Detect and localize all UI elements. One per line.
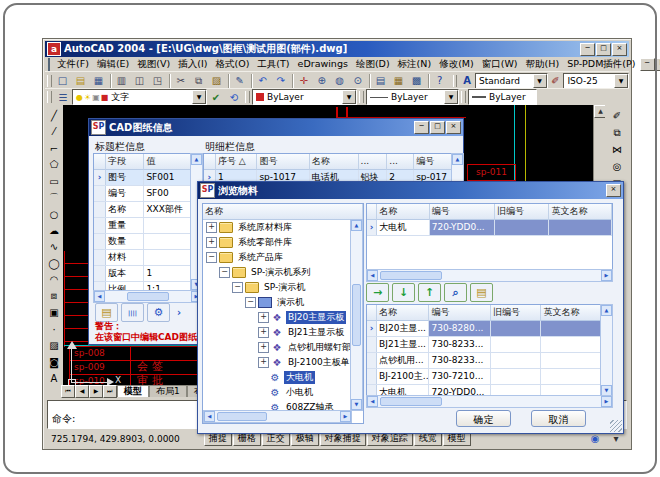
menu-item[interactable]: 视图(V) <box>133 57 174 72</box>
tab-nav-icon[interactable]: ◀ <box>75 385 89 398</box>
scroll-right-icon[interactable]: ▶ <box>340 411 351 422</box>
upload-icon[interactable]: ↑ <box>418 283 441 302</box>
lineweight-combo[interactable]: ByLayer <box>468 89 537 105</box>
rectangle-icon[interactable]: ▭ <box>45 173 63 189</box>
make-block-icon[interactable]: ▣ <box>45 305 63 321</box>
new-icon[interactable]: □ <box>54 72 72 89</box>
menu-item[interactable]: 帮助(H) <box>522 57 564 72</box>
polyline-icon[interactable]: ⌐ <box>45 140 63 156</box>
menu-item[interactable]: 编辑(E) <box>93 57 133 72</box>
material-list-table[interactable]: 名称编号旧编号英文名称›BJ20主显...730-8280...BJ21主显..… <box>366 304 602 397</box>
collapse-icon[interactable]: − <box>245 297 256 308</box>
collapse-icon[interactable]: − <box>219 267 230 278</box>
expand-icon[interactable]: + <box>258 327 269 338</box>
tree-header[interactable]: 名称 <box>203 204 363 220</box>
layer-combo[interactable]: ●☀▣■ 文字 ▼ <box>72 89 207 105</box>
layer-manager-icon[interactable]: ☰ <box>54 89 72 106</box>
table-row[interactable]: 编号SF00 <box>94 186 191 202</box>
minimize-icon[interactable]: ─ <box>580 43 595 56</box>
color-combo[interactable]: ByLayer ▼ <box>252 89 357 105</box>
tab-model[interactable]: 模型 <box>117 385 149 397</box>
table-row[interactable]: BJ21主显...730-8233... <box>367 337 601 353</box>
chevron-down-icon[interactable]: ▼ <box>614 74 628 88</box>
open-folder-icon[interactable]: ▤ <box>470 283 493 302</box>
table-row[interactable]: BJ-2100主...730-7210... <box>367 369 601 385</box>
tree-item[interactable]: +❖BJ-2100主板单点 <box>203 355 363 370</box>
expand-icon[interactable]: + <box>206 237 217 248</box>
publish-icon[interactable]: ◳ <box>149 72 167 89</box>
download-icon[interactable]: ↓ <box>392 283 415 302</box>
text-style-combo[interactable]: Standard ▼ <box>475 73 548 89</box>
table-row[interactable]: ›大电机720-YDD0... <box>367 220 612 236</box>
tree-hscrollbar[interactable]: ◀ ▶ <box>203 410 352 423</box>
search-icon[interactable]: ⌕ <box>444 283 467 302</box>
arc-icon[interactable]: ⌒ <box>45 189 63 205</box>
polygon-icon[interactable]: ⬠ <box>45 156 63 172</box>
tab-nav-icon[interactable]: ⏭ <box>103 385 117 398</box>
paste-icon[interactable]: ▨ <box>208 72 226 89</box>
chevron-down-icon[interactable]: ▼ <box>533 74 547 88</box>
menu-item[interactable]: 修改(M) <box>435 57 478 72</box>
menu-item[interactable]: 插入(I) <box>174 57 211 72</box>
table-row[interactable]: 名称XXX部件 <box>94 202 191 218</box>
maximize-icon[interactable]: □ <box>596 43 611 56</box>
plot-icon[interactable]: ▥ <box>113 72 131 89</box>
toolbar-grip[interactable] <box>47 91 52 103</box>
spline-icon[interactable]: ∿ <box>45 239 63 255</box>
plot-preview-icon[interactable]: ◫ <box>131 72 149 89</box>
collapse-icon[interactable]: − <box>232 282 243 293</box>
erase-icon[interactable]: ✐ <box>608 107 626 124</box>
chevron-down-icon[interactable]: ▼ <box>192 90 206 104</box>
ellipse-icon[interactable]: ◯ <box>45 255 63 271</box>
line-icon[interactable]: ╱ <box>45 107 63 123</box>
chevron-down-icon[interactable]: ▼ <box>342 90 356 104</box>
properties-icon[interactable]: ▤ <box>372 72 390 89</box>
open-icon[interactable]: ▤ <box>72 72 90 89</box>
scroll-left-icon[interactable]: ◀ <box>94 291 105 302</box>
browse-titlebar[interactable]: SP 浏览物料 × <box>198 182 623 199</box>
transfer-icon[interactable]: → <box>366 283 389 302</box>
overflow-icon[interactable]: › <box>177 307 181 318</box>
mdi-minimize-icon[interactable]: ─ <box>640 58 655 71</box>
menu-item[interactable]: 标注(N) <box>394 57 436 72</box>
match-properties-icon[interactable]: ✎ <box>231 72 249 89</box>
table-row[interactable]: 版本1 <box>94 266 191 282</box>
scroll-left-icon[interactable]: ◀ <box>367 270 378 281</box>
table-row[interactable]: ›BJ20主显...730-8280... <box>367 321 601 337</box>
table-row[interactable]: 数量 <box>94 234 191 250</box>
toolbar-grip[interactable] <box>461 91 466 103</box>
scroll-up-icon[interactable]: ▲ <box>351 220 362 231</box>
table-row[interactable]: ›图号SF001 <box>94 170 191 186</box>
scroll-right-icon[interactable]: ▶ <box>601 270 612 281</box>
tree-vscrollbar[interactable]: ▲ ▼ <box>350 219 363 411</box>
tab-layout1[interactable]: 布局1 <box>149 385 187 397</box>
scroll-up-icon[interactable]: ▲ <box>191 154 202 165</box>
tree-item[interactable]: +系统原材料库 <box>203 220 363 235</box>
layer-previous-icon[interactable]: ⟲ <box>225 89 243 106</box>
result-table-hscrollbar[interactable]: ◀ ▶ <box>366 269 613 282</box>
table-row[interactable]: 重量 <box>94 218 191 234</box>
zoom-previous-icon[interactable]: ⊙ <box>349 72 367 89</box>
expand-icon[interactable]: + <box>258 342 269 353</box>
undo-icon[interactable]: ↶ <box>254 72 272 89</box>
list-table-hscrollbar[interactable]: ◀ ▶ <box>366 395 613 408</box>
ellipse-arc-icon[interactable]: ◠ <box>45 272 63 288</box>
minimize-icon[interactable]: ─ <box>414 121 429 134</box>
scroll-left-icon[interactable]: ◀ <box>367 396 378 407</box>
text-style-icon[interactable]: A <box>459 72 475 89</box>
barcode-icon[interactable]: |||| <box>121 303 144 322</box>
table-row[interactable]: 材料 <box>94 250 191 266</box>
ok-button[interactable]: 确定 <box>456 410 511 427</box>
expand-icon[interactable]: + <box>206 222 217 233</box>
tool-palettes-icon[interactable]: ▩ <box>408 72 426 89</box>
scroll-left-icon[interactable]: ◀ <box>204 411 215 422</box>
menu-item[interactable]: 工具(T) <box>253 57 293 72</box>
tab-nav-icon[interactable]: ▶ <box>89 385 103 398</box>
linetype-combo[interactable]: ByLayer ▼ <box>366 89 459 105</box>
region-icon[interactable]: ◙ <box>45 354 63 370</box>
resize-grip[interactable] <box>610 420 622 432</box>
designcenter-icon[interactable]: ▦ <box>390 72 408 89</box>
insert-block-icon[interactable]: ⧈ <box>45 288 63 304</box>
toolbar-grip[interactable] <box>453 75 458 87</box>
tree-item[interactable]: +❖点钞机用螺钉部件 <box>203 340 363 355</box>
